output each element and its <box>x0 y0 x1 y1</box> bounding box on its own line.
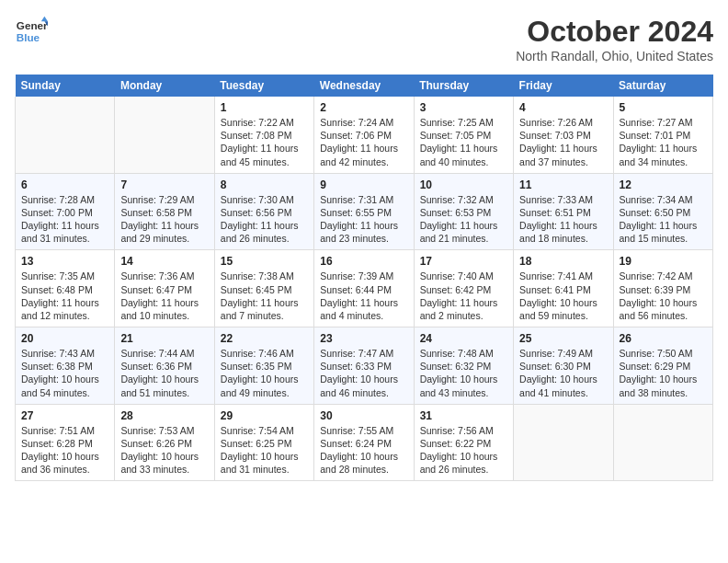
calendar-cell: 7Sunrise: 7:29 AMSunset: 6:58 PMDaylight… <box>115 173 214 250</box>
day-number: 14 <box>120 255 208 268</box>
day-number: 24 <box>420 332 507 345</box>
day-info: Sunrise: 7:34 AMSunset: 6:50 PMDaylight:… <box>620 193 707 246</box>
calendar-cell: 8Sunrise: 7:30 AMSunset: 6:56 PMDaylight… <box>214 173 313 250</box>
day-number: 9 <box>320 178 407 191</box>
day-number: 18 <box>519 255 607 268</box>
calendar-cell: 28Sunrise: 7:53 AMSunset: 6:26 PMDayligh… <box>115 404 214 481</box>
calendar-cell: 4Sunrise: 7:26 AMSunset: 7:03 PMDaylight… <box>514 97 613 173</box>
day-number: 5 <box>620 101 707 114</box>
calendar-cell: 9Sunrise: 7:31 AMSunset: 6:55 PMDaylight… <box>314 173 414 250</box>
calendar-week-row: 6Sunrise: 7:28 AMSunset: 7:00 PMDaylight… <box>16 173 713 250</box>
header-day: Monday <box>115 75 214 97</box>
header-day: Thursday <box>414 75 513 97</box>
day-info: Sunrise: 7:56 AMSunset: 6:22 PMDaylight:… <box>420 424 507 477</box>
day-info: Sunrise: 7:48 AMSunset: 6:32 PMDaylight:… <box>420 347 507 399</box>
header-row: SundayMondayTuesdayWednesdayThursdayFrid… <box>16 75 713 97</box>
calendar-cell: 13Sunrise: 7:35 AMSunset: 6:48 PMDayligh… <box>16 250 115 327</box>
day-number: 26 <box>620 332 707 345</box>
day-number: 10 <box>420 178 507 191</box>
day-info: Sunrise: 7:35 AMSunset: 6:48 PMDaylight:… <box>21 270 108 322</box>
calendar-week-row: 13Sunrise: 7:35 AMSunset: 6:48 PMDayligh… <box>16 250 713 327</box>
calendar-cell: 26Sunrise: 7:50 AMSunset: 6:29 PMDayligh… <box>613 327 712 405</box>
calendar-cell: 21Sunrise: 7:44 AMSunset: 6:36 PMDayligh… <box>115 327 214 405</box>
day-info: Sunrise: 7:28 AMSunset: 7:00 PMDaylight:… <box>21 193 108 246</box>
day-info: Sunrise: 7:55 AMSunset: 6:24 PMDaylight:… <box>320 424 407 477</box>
day-number: 2 <box>320 101 407 114</box>
day-info: Sunrise: 7:40 AMSunset: 6:42 PMDaylight:… <box>420 270 507 322</box>
day-info: Sunrise: 7:36 AMSunset: 6:47 PMDaylight:… <box>120 270 208 322</box>
day-number: 19 <box>620 255 707 268</box>
day-number: 1 <box>221 101 308 114</box>
calendar-cell: 24Sunrise: 7:48 AMSunset: 6:32 PMDayligh… <box>414 327 513 405</box>
location: North Randall, Ohio, United States <box>516 49 713 63</box>
day-info: Sunrise: 7:22 AMSunset: 7:08 PMDaylight:… <box>221 116 308 168</box>
day-info: Sunrise: 7:42 AMSunset: 6:39 PMDaylight:… <box>620 270 707 322</box>
calendar-cell: 5Sunrise: 7:27 AMSunset: 7:01 PMDaylight… <box>613 97 712 173</box>
day-number: 12 <box>620 178 707 191</box>
calendar-cell: 25Sunrise: 7:49 AMSunset: 6:30 PMDayligh… <box>514 327 613 405</box>
calendar-cell: 1Sunrise: 7:22 AMSunset: 7:08 PMDaylight… <box>214 97 313 173</box>
calendar-cell: 15Sunrise: 7:38 AMSunset: 6:45 PMDayligh… <box>214 250 313 327</box>
calendar-cell: 30Sunrise: 7:55 AMSunset: 6:24 PMDayligh… <box>314 404 414 481</box>
calendar-cell: 17Sunrise: 7:40 AMSunset: 6:42 PMDayligh… <box>414 250 513 327</box>
calendar-cell: 3Sunrise: 7:25 AMSunset: 7:05 PMDaylight… <box>414 97 513 173</box>
header-day: Wednesday <box>314 75 414 97</box>
logo-icon: General Blue <box>15 15 48 48</box>
day-number: 7 <box>120 178 208 191</box>
day-number: 29 <box>221 409 308 422</box>
title-block: October 2024 North Randall, Ohio, United… <box>516 15 713 63</box>
logo: General Blue <box>15 15 48 48</box>
calendar-cell: 18Sunrise: 7:41 AMSunset: 6:41 PMDayligh… <box>514 250 613 327</box>
day-info: Sunrise: 7:29 AMSunset: 6:58 PMDaylight:… <box>120 193 208 246</box>
calendar-cell: 16Sunrise: 7:39 AMSunset: 6:44 PMDayligh… <box>314 250 414 327</box>
day-number: 23 <box>320 332 407 345</box>
calendar-week-row: 27Sunrise: 7:51 AMSunset: 6:28 PMDayligh… <box>16 404 713 481</box>
page-header: General Blue October 2024 North Randall,… <box>15 15 713 63</box>
calendar-cell: 31Sunrise: 7:56 AMSunset: 6:22 PMDayligh… <box>414 404 513 481</box>
day-info: Sunrise: 7:38 AMSunset: 6:45 PMDaylight:… <box>221 270 308 322</box>
calendar-cell: 11Sunrise: 7:33 AMSunset: 6:51 PMDayligh… <box>514 173 613 250</box>
day-info: Sunrise: 7:26 AMSunset: 7:03 PMDaylight:… <box>519 116 607 168</box>
day-info: Sunrise: 7:39 AMSunset: 6:44 PMDaylight:… <box>320 270 407 322</box>
day-number: 15 <box>221 255 308 268</box>
day-number: 4 <box>519 101 607 114</box>
header-day: Tuesday <box>214 75 313 97</box>
calendar-cell: 29Sunrise: 7:54 AMSunset: 6:25 PMDayligh… <box>214 404 313 481</box>
day-info: Sunrise: 7:41 AMSunset: 6:41 PMDaylight:… <box>519 270 607 322</box>
calendar-week-row: 20Sunrise: 7:43 AMSunset: 6:38 PMDayligh… <box>16 327 713 405</box>
day-number: 13 <box>21 255 108 268</box>
day-number: 6 <box>21 178 108 191</box>
day-info: Sunrise: 7:53 AMSunset: 6:26 PMDaylight:… <box>120 424 208 477</box>
day-number: 8 <box>221 178 308 191</box>
day-info: Sunrise: 7:24 AMSunset: 7:06 PMDaylight:… <box>320 116 407 168</box>
calendar-cell <box>613 404 712 481</box>
calendar-body: 1Sunrise: 7:22 AMSunset: 7:08 PMDaylight… <box>16 97 713 481</box>
svg-text:Blue: Blue <box>17 31 40 43</box>
day-info: Sunrise: 7:44 AMSunset: 6:36 PMDaylight:… <box>120 347 208 399</box>
calendar-cell: 12Sunrise: 7:34 AMSunset: 6:50 PMDayligh… <box>613 173 712 250</box>
calendar-cell: 14Sunrise: 7:36 AMSunset: 6:47 PMDayligh… <box>115 250 214 327</box>
day-number: 21 <box>120 332 208 345</box>
day-number: 31 <box>420 409 507 422</box>
day-info: Sunrise: 7:43 AMSunset: 6:38 PMDaylight:… <box>21 347 108 399</box>
header-day: Sunday <box>16 75 115 97</box>
calendar-cell: 10Sunrise: 7:32 AMSunset: 6:53 PMDayligh… <box>414 173 513 250</box>
day-info: Sunrise: 7:54 AMSunset: 6:25 PMDaylight:… <box>221 424 308 477</box>
header-day: Friday <box>514 75 613 97</box>
calendar-header: SundayMondayTuesdayWednesdayThursdayFrid… <box>16 75 713 97</box>
day-number: 30 <box>320 409 407 422</box>
calendar-cell: 19Sunrise: 7:42 AMSunset: 6:39 PMDayligh… <box>613 250 712 327</box>
calendar-cell: 20Sunrise: 7:43 AMSunset: 6:38 PMDayligh… <box>16 327 115 405</box>
day-number: 25 <box>519 332 607 345</box>
day-info: Sunrise: 7:31 AMSunset: 6:55 PMDaylight:… <box>320 193 407 246</box>
day-info: Sunrise: 7:30 AMSunset: 6:56 PMDaylight:… <box>221 193 308 246</box>
calendar-cell <box>514 404 613 481</box>
calendar-week-row: 1Sunrise: 7:22 AMSunset: 7:08 PMDaylight… <box>16 97 713 173</box>
day-number: 28 <box>120 409 208 422</box>
calendar-cell: 6Sunrise: 7:28 AMSunset: 7:00 PMDaylight… <box>16 173 115 250</box>
month-title: October 2024 <box>516 15 713 49</box>
calendar-cell: 27Sunrise: 7:51 AMSunset: 6:28 PMDayligh… <box>16 404 115 481</box>
calendar-cell: 22Sunrise: 7:46 AMSunset: 6:35 PMDayligh… <box>214 327 313 405</box>
day-number: 17 <box>420 255 507 268</box>
calendar-table: SundayMondayTuesdayWednesdayThursdayFrid… <box>15 75 713 481</box>
